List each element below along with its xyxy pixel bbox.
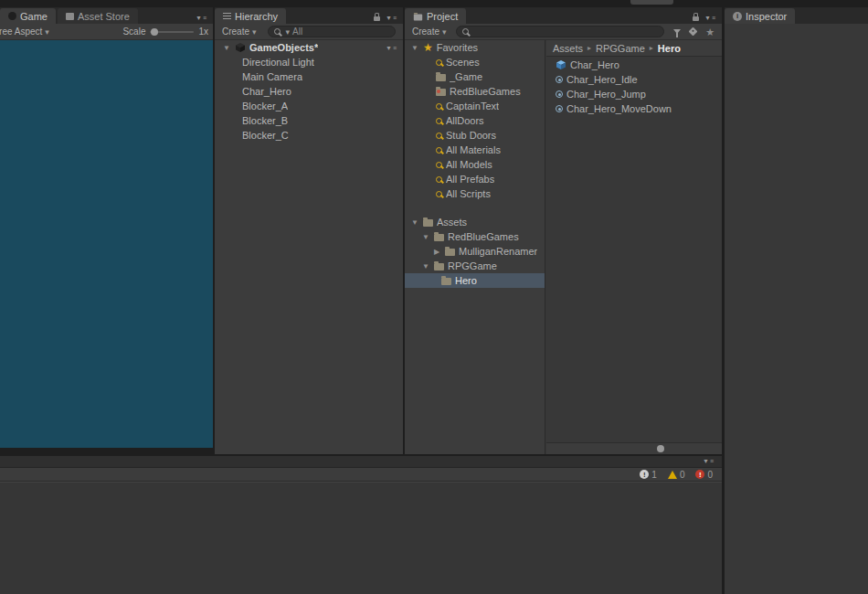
foldout-down-icon[interactable]	[421, 233, 430, 241]
hierarchy-item-blocker-c[interactable]: Blocker_C	[215, 128, 403, 143]
tree-item-label: RedBlueGames	[448, 231, 519, 242]
hierarchy-panel-menu-icon[interactable]	[386, 15, 397, 21]
breadcrumb-assets[interactable]: Assets	[553, 43, 583, 54]
tree-section-spacer	[405, 201, 545, 215]
tree-item-hero[interactable]: Hero	[405, 273, 545, 288]
search-icon	[436, 147, 442, 154]
tab-game[interactable]: Game	[0, 8, 56, 24]
favorite-alldoors[interactable]: AllDoors	[405, 113, 545, 128]
search-icon	[436, 191, 442, 197]
foldout-down-icon[interactable]	[410, 218, 419, 227]
lock-icon[interactable]	[693, 16, 699, 21]
info-count: 1	[651, 470, 657, 480]
favorite-game[interactable]: _Game	[405, 69, 545, 84]
aspect-dropdown[interactable]: Free Aspect	[0, 27, 49, 37]
hierarchy-item-blocker-a[interactable]: Blocker_A	[215, 99, 403, 113]
breadcrumb-rpggame[interactable]: RPGGame	[596, 43, 645, 54]
project-folder-tree: Favorites Scenes _Game RedBlueGames Capt…	[405, 40, 545, 454]
favorites-root[interactable]: Favorites	[405, 40, 545, 55]
tree-item-redbluegames[interactable]: RedBlueGames	[405, 229, 545, 244]
search-by-label-icon[interactable]	[689, 27, 698, 37]
error-count: 0	[707, 470, 713, 480]
tab-inspector[interactable]: Inspector	[725, 8, 795, 24]
hierarchy-item-label: Directional Light	[242, 57, 314, 68]
hierarchy-item-main-camera[interactable]: Main Camera	[215, 69, 403, 84]
search-filter-chevron-icon	[283, 27, 291, 37]
scale-label: Scale	[122, 27, 145, 37]
scale-control: Scale 1x	[122, 27, 213, 37]
foldout-down-icon[interactable]	[222, 44, 231, 52]
asset-char-hero-jump[interactable]: Char_Hero_Jump	[546, 87, 722, 101]
tree-item-assets[interactable]: Assets	[405, 215, 545, 229]
favorite-captaintext[interactable]: CaptainText	[405, 99, 545, 113]
scale-slider-knob[interactable]	[151, 28, 158, 36]
favorites-label: Favorites	[437, 42, 478, 53]
hierarchy-item-blocker-b[interactable]: Blocker_B	[215, 113, 403, 128]
tree-item-mulliganrenamer[interactable]: MulliganRenamer	[405, 244, 545, 259]
console-log-area[interactable]	[0, 482, 722, 594]
game-panel-menu-icon[interactable]	[196, 15, 207, 21]
console-info-toggle[interactable]: 1	[640, 470, 657, 480]
scale-slider[interactable]	[150, 31, 194, 33]
folder-icon	[445, 249, 455, 256]
favorite-all-scripts[interactable]: All Scripts	[405, 186, 545, 201]
scene-menu-icon[interactable]	[386, 45, 397, 51]
search-by-type-icon[interactable]	[673, 29, 681, 34]
tab-hierarchy[interactable]: Hierarchy	[215, 8, 286, 24]
favorite-all-materials[interactable]: All Materials	[405, 143, 545, 157]
game-panel: Game Asset Store Free Aspect Scale 1x	[0, 7, 213, 448]
hierarchy-scene-row[interactable]: GameObjects*	[215, 40, 403, 55]
chevron-down-icon	[439, 27, 447, 37]
favorite-label: All Materials	[446, 144, 501, 155]
main-toolbar-button-fragment[interactable]	[630, 0, 673, 5]
unity-scene-icon	[235, 42, 246, 53]
error-icon	[695, 470, 704, 479]
console-warning-toggle[interactable]: 0	[668, 470, 685, 480]
foldout-down-icon[interactable]	[410, 44, 419, 52]
tree-item-rpggame[interactable]: RPGGame	[405, 259, 545, 273]
hierarchy-item-directional-light[interactable]: Directional Light	[215, 55, 403, 69]
tab-project[interactable]: Project	[405, 8, 466, 24]
tab-hierarchy-label: Hierarchy	[235, 11, 278, 22]
favorite-redbluegames[interactable]: RedBlueGames	[405, 84, 545, 99]
tab-game-label: Game	[20, 11, 48, 22]
hierarchy-create-button[interactable]: Create	[222, 27, 257, 37]
project-create-button[interactable]: Create	[412, 27, 447, 37]
asset-store-icon	[66, 13, 74, 20]
favorite-label: Scenes	[446, 57, 480, 68]
asset-label: Char_Hero_Idle	[566, 74, 638, 85]
asset-char-hero[interactable]: Char_Hero	[546, 58, 722, 72]
foldout-down-icon[interactable]	[421, 262, 430, 270]
console-panel-menu-icon[interactable]	[703, 458, 715, 464]
favorite-stub-doors[interactable]: Stub Doors	[405, 128, 545, 143]
project-panel-menu-icon[interactable]	[704, 15, 716, 21]
asset-char-hero-movedown[interactable]: Char_Hero_MoveDown	[546, 101, 722, 116]
search-icon	[274, 28, 281, 35]
breadcrumb-arrow-icon	[650, 44, 653, 52]
hierarchy-item-label: Blocker_B	[242, 115, 288, 126]
hierarchy-icon	[223, 13, 231, 19]
thumbnail-size-slider[interactable]	[546, 442, 722, 454]
thumbnail-size-knob[interactable]	[657, 445, 664, 452]
hierarchy-search-input[interactable]: All	[268, 26, 396, 37]
console-toolbar: 1 0 0	[0, 467, 722, 482]
favorite-all-models[interactable]: All Models	[405, 157, 545, 172]
project-search-input[interactable]	[456, 26, 665, 37]
lock-icon[interactable]	[374, 16, 380, 21]
favorite-all-prefabs[interactable]: All Prefabs	[405, 172, 545, 186]
favorites-filter-star-icon[interactable]	[705, 27, 715, 37]
inspector-tabstrip: Inspector	[725, 7, 868, 24]
tab-asset-store[interactable]: Asset Store	[58, 8, 138, 24]
chevron-down-icon	[42, 27, 49, 37]
folder-icon	[436, 74, 446, 81]
favorite-scenes[interactable]: Scenes	[405, 55, 545, 69]
foldout-right-icon[interactable]	[432, 248, 441, 256]
hierarchy-tabstrip: Hierarchy	[215, 7, 403, 24]
animation-icon	[556, 105, 563, 112]
game-viewport[interactable]	[0, 40, 213, 448]
breadcrumb-current[interactable]: Hero	[658, 43, 681, 54]
asset-char-hero-idle[interactable]: Char_Hero_Idle	[546, 72, 722, 87]
hierarchy-item-char-hero[interactable]: Char_Hero	[215, 84, 403, 99]
console-error-toggle[interactable]: 0	[695, 470, 713, 480]
game-tabstrip: Game Asset Store	[0, 7, 213, 24]
